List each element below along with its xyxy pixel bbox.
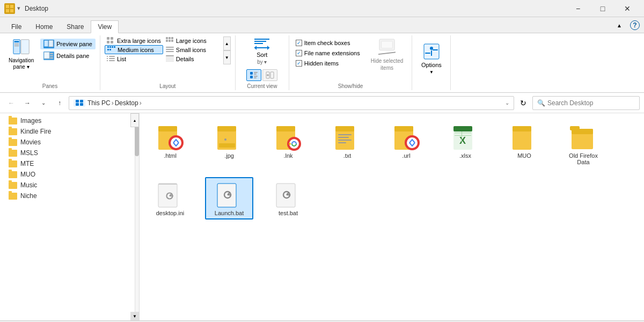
- svg-point-83: [289, 143, 291, 145]
- sidebar-item-kindle-fire[interactable]: Kindle Fire: [0, 126, 139, 137]
- tab-home[interactable]: Home: [28, 20, 60, 33]
- svg-point-77: [224, 138, 226, 141]
- layout-scroll-down[interactable]: ▼: [223, 50, 231, 64]
- sidebar-item-label: Movies: [20, 138, 41, 146]
- svg-rect-32: [166, 49, 174, 50]
- file-item-txt[interactable]: .txt: [323, 120, 371, 169]
- list-button[interactable]: List: [105, 55, 163, 63]
- svg-rect-97: [455, 133, 471, 133]
- file-item-lnk[interactable]: .lnk: [264, 120, 312, 169]
- file-item-html[interactable]: .html: [146, 120, 194, 169]
- refresh-button[interactable]: ↻: [516, 96, 530, 110]
- address-bar[interactable]: This PC › Desktop › ⌄: [69, 96, 514, 110]
- address-this-pc[interactable]: This PC: [87, 99, 111, 107]
- file-item-url[interactable]: .url: [382, 120, 430, 169]
- preview-pane-label: Preview pane: [56, 41, 92, 47]
- group-by-button[interactable]: [246, 69, 261, 81]
- address-dropdown-arrow[interactable]: ⌄: [505, 100, 509, 106]
- minimize-button[interactable]: −: [566, 0, 590, 17]
- sidebar-item-music[interactable]: Music: [0, 180, 139, 191]
- large-icons-button[interactable]: Large icons: [164, 36, 222, 45]
- svg-rect-28: [114, 46, 115, 48]
- close-button[interactable]: ✕: [615, 0, 640, 17]
- sidebar-scrollbar-thumb[interactable]: [135, 124, 139, 156]
- forward-button[interactable]: →: [20, 96, 34, 110]
- file-icon-launch-bat: [213, 180, 245, 210]
- file-label-lnk: .lnk: [283, 152, 292, 159]
- up-button[interactable]: ↑: [53, 96, 67, 110]
- file-extensions-checkbox[interactable]: [296, 50, 302, 56]
- address-desktop[interactable]: Desktop: [115, 99, 138, 107]
- tab-view[interactable]: View: [91, 20, 119, 33]
- preview-pane-button[interactable]: Preview pane: [40, 39, 96, 49]
- file-item-launch-bat[interactable]: Launch.bat: [205, 177, 253, 219]
- small-icons-button[interactable]: Small icons: [164, 45, 222, 54]
- file-icon-url: [390, 123, 422, 152]
- item-checkboxes-checkbox[interactable]: [296, 40, 302, 46]
- sidebar-item-muo[interactable]: MUO: [0, 169, 139, 180]
- svg-rect-95: [453, 126, 472, 131]
- file-icon-xlsx: X: [449, 123, 481, 152]
- file-icon-txt: [331, 123, 363, 152]
- layout-scroll-up[interactable]: ▲: [223, 36, 231, 50]
- search-bar[interactable]: 🔍: [532, 96, 640, 110]
- medium-icons-button[interactable]: Medium icons: [105, 45, 163, 54]
- navigation-pane-button[interactable]: Navigationpane ▾: [4, 36, 38, 72]
- file-item-desktop-ini[interactable]: desktop.ini: [146, 177, 194, 219]
- back-button[interactable]: ←: [4, 96, 18, 110]
- file-icon-desktop-ini: [154, 180, 186, 210]
- sidebar-item-niche[interactable]: Niche: [0, 191, 139, 201]
- file-item-test-bat[interactable]: test.bat: [264, 177, 312, 219]
- title-bar: ▾ Desktop − □ ✕: [0, 0, 644, 17]
- svg-rect-30: [109, 49, 111, 50]
- help-button[interactable]: ?: [630, 20, 640, 30]
- navigation-pane-icon: [13, 39, 30, 56]
- sort-by-button[interactable]: Sort by ▾: [252, 36, 272, 67]
- tab-file[interactable]: File: [4, 20, 28, 33]
- sidebar-scrollbar-down[interactable]: ▼: [130, 312, 139, 320]
- maximize-button[interactable]: □: [590, 0, 615, 17]
- sidebar-item-label: Music: [20, 181, 37, 189]
- ribbon-content: Navigationpane ▾ Preview pane Details pa…: [0, 33, 644, 93]
- hidden-items-checkbox[interactable]: [296, 60, 302, 67]
- hidden-items-row[interactable]: Hidden items: [294, 59, 362, 68]
- details-button[interactable]: Details: [164, 55, 222, 63]
- svg-rect-54: [254, 77, 257, 78]
- options-button[interactable]: Options ▼: [416, 41, 446, 77]
- file-extensions-row[interactable]: File name extensions: [294, 49, 362, 57]
- tab-share[interactable]: Share: [60, 20, 91, 33]
- sidebar-item-msls[interactable]: MSLS: [0, 148, 139, 158]
- sidebar-scroll-up[interactable]: ▲: [130, 113, 139, 127]
- details-pane-icon: [43, 52, 54, 60]
- svg-rect-87: [338, 137, 349, 138]
- window-controls: − □ ✕: [566, 0, 640, 17]
- nav-pane-section: Navigationpane ▾: [4, 36, 38, 72]
- file-item-old-firefox[interactable]: Old Firefox Data: [559, 120, 608, 169]
- file-item-jpg[interactable]: .jpg: [205, 120, 253, 169]
- sidebar-item-label: MSLS: [20, 149, 38, 157]
- ribbon-collapse-button[interactable]: ▲: [613, 18, 626, 33]
- sidebar-item-movies[interactable]: Movies: [0, 137, 139, 148]
- sidebar-item-images[interactable]: Images: [0, 115, 139, 126]
- item-checkboxes-row[interactable]: Item check boxes: [294, 39, 362, 47]
- svg-rect-99: [462, 131, 462, 143]
- svg-rect-44: [166, 60, 174, 61]
- recent-locations-button[interactable]: ⌄: [36, 96, 50, 110]
- current-view-group-label: Current view: [247, 81, 277, 89]
- svg-rect-56: [270, 72, 274, 78]
- svg-rect-18: [111, 41, 113, 43]
- svg-marker-48: [267, 46, 269, 50]
- svg-rect-43: [166, 59, 174, 60]
- file-item-muo[interactable]: MUO: [500, 120, 548, 169]
- large-icons-label: Large icons: [176, 38, 207, 44]
- folder-icon: [9, 182, 17, 189]
- extra-large-icons-button[interactable]: Extra large icons: [105, 36, 163, 45]
- search-input[interactable]: [547, 99, 635, 107]
- details-pane-label: Details pane: [56, 53, 89, 59]
- file-label-test-bat: test.bat: [279, 210, 298, 216]
- details-pane-button[interactable]: Details pane: [40, 50, 96, 61]
- hide-selected-button[interactable]: Hide selected items: [367, 36, 408, 74]
- file-item-xlsx[interactable]: X .xlsx: [441, 120, 489, 169]
- sidebar-item-mte[interactable]: MTE: [0, 158, 139, 169]
- add-column-button[interactable]: [262, 69, 277, 81]
